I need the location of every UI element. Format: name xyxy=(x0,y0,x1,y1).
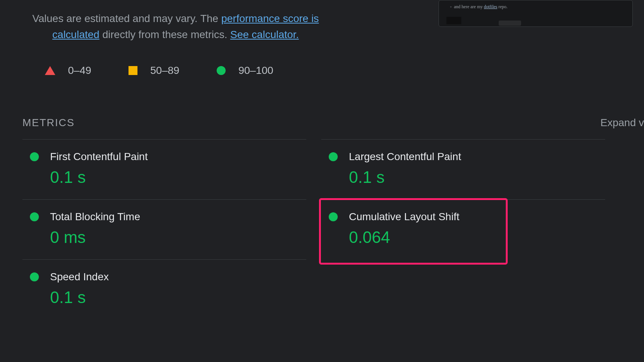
metrics-grid: First Contentful Paint 0.1 s Largest Con… xyxy=(22,139,644,319)
legend-good: 90–100 xyxy=(217,65,273,77)
triangle-icon xyxy=(45,66,55,75)
metric-cls[interactable]: Cumulative Layout Shift 0.064 xyxy=(321,199,605,259)
status-dot-icon xyxy=(30,272,39,281)
score-legend: 0–49 50–89 90–100 xyxy=(45,65,644,77)
metrics-title: METRICS xyxy=(22,117,75,129)
intro-prefix: Values are estimated and may vary. The xyxy=(32,13,221,24)
page-preview-thumbnail: ◦ and here are my dotfiles repo. xyxy=(439,0,633,27)
intro-middle: directly from these metrics. xyxy=(99,29,230,40)
metric-cls-label: Cumulative Layout Shift xyxy=(349,211,459,223)
intro-text: Values are estimated and may vary. The p… xyxy=(22,10,329,43)
status-dot-icon xyxy=(30,212,39,221)
metrics-section-header: METRICS Expand v xyxy=(22,117,644,129)
preview-bullet-prefix: and here are my xyxy=(454,4,484,9)
metric-lcp-label: Largest Contentful Paint xyxy=(349,151,461,163)
metric-si-label: Speed Index xyxy=(50,271,109,283)
preview-pill-stub xyxy=(499,21,521,26)
legend-poor-range: 0–49 xyxy=(68,65,91,77)
preview-bullet-suffix: repo. xyxy=(497,4,507,9)
status-dot-icon xyxy=(329,152,338,161)
circle-icon xyxy=(217,66,226,75)
legend-average-range: 50–89 xyxy=(150,65,179,77)
metric-fcp[interactable]: First Contentful Paint 0.1 s xyxy=(22,139,306,199)
expand-view-toggle[interactable]: Expand v xyxy=(600,117,644,129)
preview-dotfiles-link: dotfiles xyxy=(484,4,497,9)
metric-fcp-label: First Contentful Paint xyxy=(50,151,148,163)
metric-si[interactable]: Speed Index 0.1 s xyxy=(22,259,306,319)
metric-fcp-value: 0.1 s xyxy=(50,168,148,187)
see-calculator-link[interactable]: See calculator. xyxy=(230,29,299,40)
legend-good-range: 90–100 xyxy=(238,65,273,77)
status-dot-icon xyxy=(30,152,39,161)
metric-tbt[interactable]: Total Blocking Time 0 ms xyxy=(22,199,306,259)
metric-tbt-label: Total Blocking Time xyxy=(50,211,140,223)
status-dot-icon xyxy=(329,212,338,221)
metric-si-value: 0.1 s xyxy=(50,288,109,307)
metric-cls-value: 0.064 xyxy=(349,228,459,247)
metric-lcp[interactable]: Largest Contentful Paint 0.1 s xyxy=(321,139,605,199)
legend-poor: 0–49 xyxy=(45,65,91,77)
square-icon xyxy=(129,66,137,75)
legend-average: 50–89 xyxy=(129,65,179,77)
metric-tbt-value: 0 ms xyxy=(50,228,140,247)
metric-lcp-value: 0.1 s xyxy=(349,168,461,187)
preview-text: ◦ and here are my dotfiles repo. xyxy=(439,0,632,13)
preview-sidebar-stub xyxy=(446,17,461,24)
